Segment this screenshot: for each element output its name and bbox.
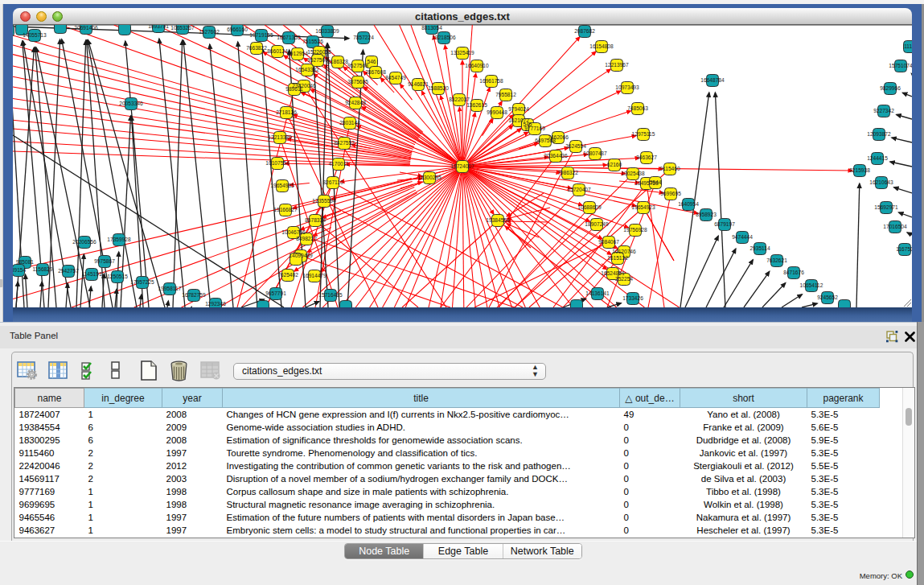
svg-text:7955812: 7955812 [495, 92, 516, 97]
svg-text:2867608: 2867608 [365, 69, 386, 75]
svg-text:16543382: 16543382 [295, 67, 319, 72]
svg-text:8427552: 8427552 [334, 140, 355, 146]
svg-text:16210643: 16210643 [869, 179, 893, 185]
svg-text:12355594: 12355594 [312, 198, 336, 204]
svg-text:19218506: 19218506 [432, 35, 456, 40]
svg-text:7986322: 7986322 [557, 170, 578, 175]
svg-text:2935114: 2935114 [749, 245, 770, 251]
svg-text:9463627: 9463627 [636, 154, 657, 160]
svg-text:10807487: 10807487 [583, 150, 607, 156]
svg-text:16671355: 16671355 [277, 35, 301, 40]
svg-text:20053346: 20053346 [119, 101, 143, 106]
svg-text:252254: 252254 [615, 276, 633, 282]
svg-text:10654112: 10654112 [800, 282, 823, 288]
svg-text:19166827: 19166827 [273, 207, 298, 212]
svg-text:19958117: 19958117 [158, 286, 182, 291]
svg-text:3875685: 3875685 [347, 79, 368, 84]
svg-text:8322037: 8322037 [449, 97, 470, 102]
svg-text:985081: 985081 [16, 259, 34, 265]
svg-text:546: 546 [367, 59, 376, 64]
svg-text:8912954: 8912954 [287, 51, 308, 56]
svg-text:10719155: 10719155 [249, 32, 273, 38]
svg-text:8498222: 8498222 [296, 236, 317, 241]
svg-text:1733426: 1733426 [622, 295, 643, 301]
svg-text:19384554: 19384554 [486, 217, 510, 223]
svg-text:13325419: 13325419 [450, 50, 474, 56]
svg-text:9084067: 9084067 [598, 239, 619, 245]
svg-text:10973493: 10973493 [615, 84, 639, 90]
svg-text:10688609: 10688609 [577, 204, 602, 210]
svg-text:1362615: 1362615 [466, 102, 487, 108]
svg-text:9777169: 9777169 [524, 126, 545, 131]
svg-text:9975867: 9975867 [94, 258, 115, 264]
svg-text:10107554: 10107554 [265, 160, 290, 166]
svg-text:15751074: 15751074 [889, 63, 912, 68]
svg-text:18724007: 18724007 [450, 163, 474, 169]
svg-text:16782759: 16782759 [182, 292, 206, 298]
svg-text:8660124: 8660124 [267, 48, 288, 54]
svg-text:9227342: 9227342 [873, 108, 894, 113]
svg-text:15226058: 15226058 [307, 49, 331, 55]
svg-text:19654923: 19654923 [631, 204, 655, 210]
svg-text:17957225: 17957225 [130, 279, 154, 285]
svg-text:1244415: 1244415 [867, 155, 888, 161]
svg-text:9699695: 9699695 [660, 191, 681, 196]
svg-text:3624554: 3624554 [565, 143, 586, 149]
svg-text:17016504: 17016504 [883, 224, 907, 229]
svg-text:8267110: 8267110 [322, 179, 343, 185]
svg-text:9990448: 9990448 [487, 109, 507, 115]
svg-text:7485063: 7485063 [627, 105, 648, 111]
svg-text:2942757: 2942757 [58, 268, 79, 274]
svg-text:19654985: 19654985 [270, 183, 294, 188]
svg-text:8186328: 8186328 [327, 59, 348, 64]
svg-text:9794024: 9794024 [508, 106, 529, 112]
svg-text:7515526: 7515526 [302, 39, 323, 44]
svg-text:16154808: 16154808 [589, 43, 614, 49]
svg-text:9527508: 9527508 [347, 63, 368, 68]
svg-text:16914479: 16914479 [302, 273, 326, 278]
svg-text:2087682: 2087682 [574, 28, 595, 34]
svg-text:9829966: 9829966 [880, 85, 901, 91]
svg-text:2718126: 2718126 [276, 109, 297, 115]
svg-text:8215938: 8215938 [849, 167, 870, 173]
svg-text:14136141: 14136141 [585, 290, 610, 296]
svg-text:18907249: 18907249 [585, 221, 609, 227]
svg-text:10046766: 10046766 [281, 229, 306, 235]
svg-text:16648784: 16648784 [700, 77, 725, 83]
svg-text:6879197: 6879197 [714, 221, 735, 227]
svg-text:989611: 989611 [285, 86, 303, 92]
svg-text:9146821: 9146821 [408, 81, 429, 87]
svg-text:12975115: 12975115 [632, 131, 655, 137]
svg-text:9245652: 9245652 [817, 295, 838, 300]
svg-text:9657791: 9657791 [265, 290, 286, 296]
svg-text:116753: 116753 [896, 246, 912, 252]
svg-text:1112: 1112 [904, 43, 912, 49]
svg-text:6497568: 6497568 [535, 138, 556, 143]
svg-text:1640954: 1640954 [678, 201, 699, 207]
svg-text:5944: 5944 [650, 179, 662, 185]
svg-text:39154: 39154 [13, 267, 26, 273]
svg-text:2803144: 2803144 [339, 120, 360, 126]
svg-text:1156829: 1156829 [32, 266, 53, 272]
svg-text:20206556: 20206556 [72, 239, 97, 245]
svg-text:1093791: 1093791 [148, 25, 169, 29]
svg-text:9474444: 9474444 [732, 234, 753, 240]
svg-text:7632621: 7632621 [766, 257, 787, 263]
svg-text:14055713: 14055713 [23, 32, 47, 38]
svg-text:7857224: 7857224 [353, 35, 374, 40]
svg-text:1145191: 1145191 [81, 271, 102, 277]
svg-text:4170011: 4170011 [328, 161, 349, 167]
svg-text:8578334: 8578334 [305, 217, 326, 223]
svg-text:16033809: 16033809 [315, 28, 339, 34]
svg-text:7663822: 7663822 [246, 45, 267, 51]
svg-text:15716485: 15716485 [318, 292, 343, 298]
svg-text:8471676: 8471676 [783, 270, 804, 275]
svg-text:18300295: 18300295 [417, 175, 441, 180]
svg-text:15720407: 15720407 [567, 187, 591, 192]
svg-text:8454749: 8454749 [385, 75, 406, 80]
svg-text:17359928: 17359928 [107, 237, 131, 242]
svg-text:6966160: 6966160 [227, 27, 248, 32]
svg-text:62160: 62160 [607, 162, 622, 167]
svg-text:9115460: 9115460 [659, 166, 680, 171]
svg-text:12213389: 12213389 [268, 134, 292, 140]
